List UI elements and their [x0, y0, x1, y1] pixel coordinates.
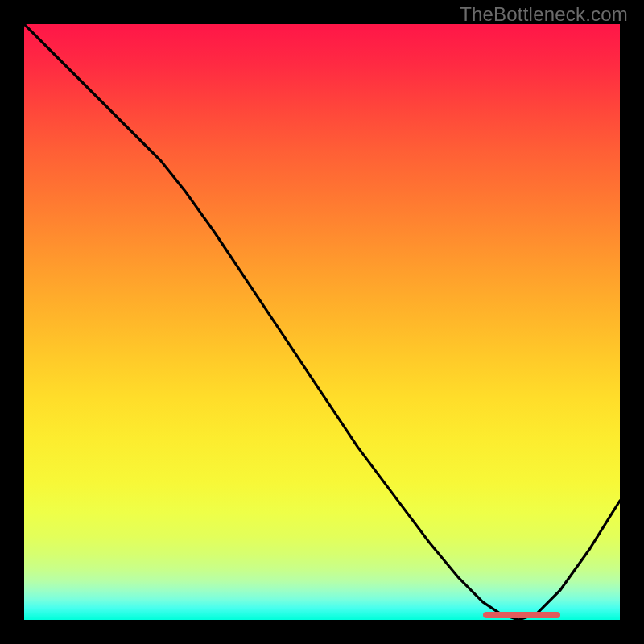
- plot-area: [24, 24, 620, 620]
- chart-curve-svg: [24, 24, 620, 620]
- annotation-strip: [483, 612, 560, 618]
- chart-frame: TheBottleneck.com: [0, 0, 644, 644]
- watermark-text: TheBottleneck.com: [460, 3, 628, 26]
- chart-curve: [24, 24, 620, 620]
